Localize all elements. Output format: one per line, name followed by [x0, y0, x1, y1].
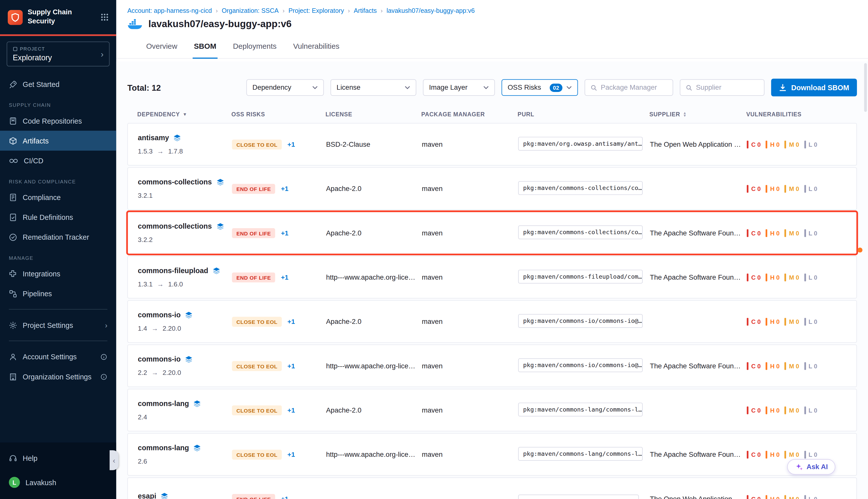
sidebar-item-integrations[interactable]: Integrations	[0, 264, 116, 283]
more-risks-link[interactable]: +1	[281, 229, 288, 237]
more-risks-link[interactable]: +1	[287, 141, 295, 148]
chevron-right-icon: ›	[105, 321, 108, 329]
layers-icon	[194, 400, 201, 407]
purl-value[interactable]: pkg:maven/commons-lang/commons-l…	[518, 447, 643, 461]
tab-vulnerabilities[interactable]: Vulnerabilities	[292, 36, 340, 58]
layers-icon	[216, 178, 224, 186]
license-filter-dropdown[interactable]: License	[331, 79, 417, 96]
column-supplier[interactable]: SUPPLIER ▲▼	[649, 111, 746, 117]
oss-risks-count-badge: 02	[549, 83, 562, 92]
more-risks-link[interactable]: +1	[287, 451, 295, 458]
purl-value[interactable]: pkg:maven/commons-lang/commons-l…	[518, 402, 643, 416]
table-row-commons-lang-24[interactable]: commons-lang 2.4 CLOSE TO EOL+1 Apache-2…	[127, 389, 857, 431]
table-header: DEPENDENCY ▼ OSS RISKS LICENSE PACKAGE M…	[127, 111, 857, 123]
package-manager-cell: maven	[422, 318, 518, 325]
table-row-commons-lang-26[interactable]: commons-lang 2.6 CLOSE TO EOL+1 http---w…	[127, 433, 857, 476]
search-icon	[591, 84, 597, 91]
table-row-commons-collections-322-highlighted[interactable]: commons-collections 3.2.2 END OF LIFE+1 …	[127, 211, 857, 254]
download-sbom-button[interactable]: Download SBOM	[771, 78, 857, 97]
sidebar-item-artifacts[interactable]: Artifacts	[0, 131, 116, 150]
tab-deployments[interactable]: Deployments	[232, 36, 277, 58]
license-cell: Apache-2.0	[326, 185, 422, 193]
user-menu[interactable]: L Lavakush	[0, 472, 116, 492]
breadcrumb-artifacts[interactable]: Artifacts	[354, 7, 377, 14]
risk-badge: CLOSE TO EOL	[232, 450, 282, 460]
sort-both-icon[interactable]: ▲▼	[683, 111, 687, 117]
module-switcher-icon[interactable]	[101, 13, 109, 21]
package-manager-cell: maven	[422, 185, 518, 193]
sidebar: Supply Chain Security PROJECT Explorator…	[0, 0, 116, 499]
column-vulnerabilities: VULNERABILITIES	[746, 111, 857, 117]
project-icon	[13, 46, 18, 51]
breadcrumb-current[interactable]: lavakush07/easy-buggy-app:v6	[386, 7, 475, 14]
purl-value[interactable]: pkg:maven/commons-io/commons-io@…	[518, 314, 643, 328]
arrow-right-icon: →	[157, 147, 163, 155]
vulnerabilities-cell: C 0 H 0 M 0 L 0	[747, 406, 856, 414]
table-row-commons-io-14[interactable]: commons-io 1.4→2.20.0 CLOSE TO EOL+1 Apa…	[127, 300, 857, 343]
table-row-commons-collections-321[interactable]: commons-collections 3.2.1 END OF LIFE+1 …	[127, 167, 857, 210]
purl-value[interactable]: pkg:maven/commons-collections/co…	[518, 225, 643, 239]
supplier-input[interactable]	[696, 84, 758, 92]
ask-ai-button[interactable]: Ask AI	[787, 459, 835, 475]
tab-overview[interactable]: Overview	[145, 36, 178, 58]
rocket-icon	[9, 80, 17, 88]
layers-icon	[216, 222, 224, 230]
breadcrumb-organization[interactable]: Organization: SSCA	[222, 7, 279, 14]
more-risks-link[interactable]: +1	[281, 185, 288, 193]
sidebar-item-project-settings[interactable]: Project Settings ›	[0, 315, 116, 335]
sidebar-item-code-repositories[interactable]: Code Repositories	[0, 111, 116, 131]
more-risks-link[interactable]: +1	[287, 318, 295, 325]
breadcrumb-project[interactable]: Project: Exploratory	[288, 7, 344, 14]
supplier-cell: The Open Web Application …	[650, 495, 747, 499]
purl-value[interactable]	[518, 495, 639, 499]
user-name: Lavakush	[25, 478, 56, 486]
purl-value[interactable]: pkg:maven/org.owasp.antisamy/ant…	[518, 136, 643, 150]
more-risks-link[interactable]: +1	[281, 495, 288, 499]
sidebar-collapse-handle[interactable]: ‹	[110, 450, 118, 470]
dependency-filter-dropdown[interactable]: Dependency	[246, 79, 324, 96]
scrollbar-thumb[interactable]	[864, 63, 867, 112]
tab-sbom[interactable]: SBOM	[193, 36, 218, 59]
section-supply-chain: SUPPLY CHAIN	[0, 94, 116, 111]
sidebar-item-compliance[interactable]: Compliance	[0, 187, 116, 207]
layers-icon	[174, 134, 181, 142]
project-label: PROJECT	[20, 46, 45, 51]
project-selector[interactable]: PROJECT Exploratory ›	[7, 41, 110, 66]
purl-value[interactable]: pkg:maven/commons-collections/co…	[518, 181, 643, 195]
table-row-commons-fileupload[interactable]: commons-fileupload 1.3.1→1.6.0 END OF LI…	[127, 256, 857, 299]
gear-icon	[9, 321, 17, 329]
sidebar-item-rule-definitions[interactable]: Rule Definitions	[0, 207, 116, 227]
more-risks-link[interactable]: +1	[287, 406, 295, 414]
sort-desc-icon: ▼	[183, 112, 187, 117]
vulnerabilities-cell: C 0 H 0 M 0 L 0	[747, 451, 856, 458]
sidebar-item-cicd[interactable]: CI/CD	[0, 151, 116, 171]
package-manager-cell: maven	[422, 273, 518, 281]
purl-value[interactable]: pkg:maven/commons-io/commons-io@…	[518, 358, 643, 372]
table-row-esapi[interactable]: esapi END OF LIFE+1 The Open Web Applica…	[127, 477, 857, 499]
table-row-antisamy[interactable]: antisamy 1.5.3→1.7.8 CLOSE TO EOL+1 BSD-…	[127, 123, 857, 166]
layers-icon	[213, 267, 221, 275]
package-manager-input[interactable]	[601, 84, 667, 92]
image-layer-filter-dropdown[interactable]: Image Layer	[423, 79, 495, 96]
table-body: antisamy 1.5.3→1.7.8 CLOSE TO EOL+1 BSD-…	[127, 123, 857, 499]
chevron-left-icon: ‹	[113, 456, 115, 464]
sidebar-item-pipelines[interactable]: Pipelines	[0, 283, 116, 303]
risk-badge: END OF LIFE	[232, 184, 275, 194]
sidebar-item-organization-settings[interactable]: Organization Settings	[0, 367, 116, 387]
column-dependency[interactable]: DEPENDENCY ▼	[127, 111, 231, 117]
risk-badge: CLOSE TO EOL	[232, 139, 282, 149]
sidebar-item-get-started[interactable]: Get Started	[0, 74, 116, 94]
table-row-commons-io-22[interactable]: commons-io 2.2→2.20.0 CLOSE TO EOL+1 htt…	[127, 344, 857, 387]
more-risks-link[interactable]: +1	[281, 273, 288, 281]
breadcrumb-account[interactable]: Account: app-harness-ng-cicd	[127, 7, 212, 14]
scroll-marker-dot	[857, 247, 863, 253]
help-button[interactable]: Help	[0, 448, 116, 468]
license-cell: http---www.apache.org-lice…	[326, 273, 422, 281]
avatar: L	[9, 477, 20, 488]
purl-value[interactable]: pkg:maven/commons-fileupload/com…	[518, 269, 643, 283]
sidebar-item-remediation-tracker[interactable]: Remediation Tracker	[0, 227, 116, 247]
more-risks-link[interactable]: +1	[287, 362, 295, 369]
oss-risks-filter-dropdown[interactable]: OSS Risks 02	[501, 79, 578, 96]
vulnerabilities-cell: C 0 H 0 M 0 L 0	[747, 229, 856, 237]
sidebar-item-account-settings[interactable]: Account Settings	[0, 347, 116, 367]
